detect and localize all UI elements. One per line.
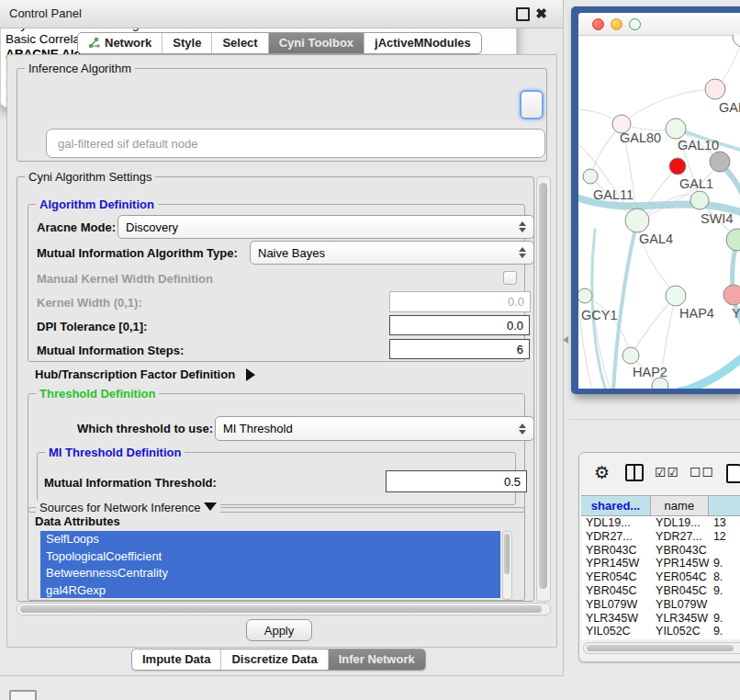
node-label-gal11: GAL11 <box>593 187 633 202</box>
attribute-item-gal4rgexp[interactable]: gal4RGexp <box>40 582 500 599</box>
mi-type-combobox[interactable]: Naive Bayes <box>250 241 534 265</box>
network-node-swi4[interactable] <box>726 229 740 251</box>
control-panel-title: Control Panel <box>9 6 82 20</box>
algorithm-combobox-spinner[interactable] <box>520 90 544 119</box>
mi-steps-field[interactable]: 6 <box>389 339 530 359</box>
table-cell: YBL079W <box>651 598 709 612</box>
network-node-gal4[interactable] <box>625 209 649 232</box>
attribute-item-selfloops[interactable]: SelfLoops <box>40 531 500 548</box>
network-node[interactable] <box>710 152 730 172</box>
table-cell: YLR345W <box>651 612 709 626</box>
mi-type-value: Naive Bayes <box>258 246 325 260</box>
apply-button[interactable]: Apply <box>246 619 312 641</box>
table-row[interactable]: YLR345WYLR345W9. <box>581 612 740 626</box>
tab-cyni-toolbox-label: Cyni Toolbox <box>279 36 353 50</box>
collapsed-panel-icon[interactable] <box>9 690 37 700</box>
manual-kernel-checkbox[interactable] <box>503 271 517 285</box>
network-node[interactable] <box>669 158 686 175</box>
network-edge[interactable] <box>622 89 715 124</box>
tab-jactivemnodules[interactable]: jActiveMNodules <box>364 33 481 53</box>
table-cell: YPR145W <box>581 557 651 570</box>
mi-threshold-group-label: MI Threshold Definition <box>45 446 185 459</box>
tab-style[interactable]: Style <box>162 33 211 53</box>
column-header-name[interactable]: name <box>651 496 709 516</box>
split-divider-collapse-icon[interactable] <box>563 336 568 344</box>
aracne-mode-combobox[interactable]: Discovery <box>118 215 534 239</box>
combobox-arrows-icon <box>519 423 526 435</box>
tab-impute-data[interactable]: Impute Data <box>132 649 220 670</box>
tab-discretize-data[interactable]: Discretize Data <box>220 649 327 670</box>
table-row[interactable]: YBR045CYBR045C9. <box>581 584 740 598</box>
top-tabs: NetworkStyleSelectCyni ToolboxjActiveMNo… <box>77 32 482 54</box>
network-canvas[interactable]: GALGAL80GAL10GAL1GAL11GAL4SWI4GCY1HAP4YH… <box>569 0 740 409</box>
tab-select[interactable]: Select <box>211 33 267 53</box>
table-cell: 9. <box>709 584 740 598</box>
settings-vertical-scrollbar[interactable] <box>536 176 551 602</box>
network-node[interactable] <box>652 378 668 394</box>
table-row[interactable]: YPR145WYPR145W9. <box>581 557 740 570</box>
kernel-width-label: Kernel Width (0,1): <box>37 296 142 310</box>
hub-definition-toggle[interactable]: Hub/Transcription Factor Definition <box>35 367 255 381</box>
threshold-definition-label: Threshold Definition <box>36 387 159 401</box>
which-threshold-value: MI Threshold <box>223 422 293 435</box>
table-settings-gear-icon[interactable]: ⚙ <box>594 464 610 481</box>
column-header-col2[interactable] <box>709 496 740 516</box>
table-panel-titlebar: Table Panel <box>569 419 740 447</box>
which-threshold-combobox[interactable]: MI Threshold <box>215 416 534 441</box>
select-all-icon[interactable]: ☑☑ <box>655 465 679 480</box>
table-row[interactable]: YDL19...YDL19...13 <box>581 516 740 530</box>
network-node-gal[interactable] <box>705 79 725 99</box>
table-cell: YBR045C <box>581 584 651 598</box>
network-node-y[interactable] <box>723 285 740 305</box>
inference-algorithm-group-label: Inference Algorithm <box>25 62 135 75</box>
table-horizontal-scrollbar[interactable] <box>583 642 740 654</box>
table-panel: ⚙ ☑☑ ☐☐ shared...name YDL19...YDL19...13… <box>578 452 740 662</box>
table-row[interactable]: YBR043CYBR043C <box>581 544 740 558</box>
sources-group-label: Sources for Network Inference <box>39 501 201 514</box>
deselect-all-icon[interactable]: ☐☐ <box>690 465 714 480</box>
network-node-gal11[interactable] <box>583 169 598 184</box>
sources-group-toggle[interactable]: Sources for Network Inference <box>36 501 220 514</box>
network-node-gal1[interactable] <box>690 191 709 209</box>
network-node-gal10[interactable] <box>666 119 686 139</box>
network-node-hap2[interactable] <box>622 347 639 364</box>
tab-network[interactable]: Network <box>78 33 162 53</box>
network-node-gcy1[interactable] <box>577 288 592 303</box>
mi-threshold-field[interactable]: 0.5 <box>386 470 527 492</box>
dpi-tolerance-field[interactable]: 0.0 <box>389 315 530 335</box>
tab-infer-network[interactable]: Infer Network <box>328 649 425 670</box>
kernel-width-field[interactable]: 0.0 <box>389 291 531 312</box>
close-panel-icon[interactable]: ✖ <box>535 7 547 19</box>
table-cell: YDL19... <box>651 516 709 530</box>
attributes-list-scrollbar[interactable] <box>502 531 512 600</box>
tab-select-label: Select <box>222 36 257 50</box>
expanded-arrow-icon <box>204 502 217 511</box>
network-edge[interactable] <box>678 356 740 392</box>
attribute-item-betweennesscentrality[interactable]: BetweennessCentrality <box>40 565 500 582</box>
network-node[interactable] <box>733 27 740 47</box>
mi-type-label: Mutual Information Algorithm Type: <box>37 246 238 260</box>
table-columns-icon[interactable] <box>625 464 644 481</box>
mi-threshold-label: Mutual Information Threshold: <box>44 476 217 490</box>
node-label-gal: GAL <box>719 100 740 115</box>
tab-cyni-toolbox[interactable]: Cyni Toolbox <box>268 33 364 53</box>
float-window-icon[interactable] <box>516 7 530 21</box>
attribute-item-topologicalcoefficient[interactable]: TopologicalCoefficient <box>40 548 500 566</box>
node-label-y: Y <box>732 306 740 321</box>
table-row[interactable]: YER054CYER054C8. <box>581 570 740 584</box>
node-label-gal10: GAL10 <box>678 138 719 152</box>
network-node-hap4[interactable] <box>666 286 686 306</box>
table-cell: 12 <box>709 530 740 544</box>
table-row[interactable]: YDR27...YDR27...12 <box>581 530 740 544</box>
column-header-shared[interactable]: shared... <box>581 496 651 516</box>
network-source-combobox[interactable]: gal-filtered sif default node <box>46 129 545 158</box>
tab-impute-data-label: Impute Data <box>142 652 210 666</box>
table-cell: YIL052C <box>651 625 709 638</box>
export-table-icon[interactable] <box>726 464 740 483</box>
network-source-combobox-value: gal-filtered sif default node <box>58 137 197 151</box>
node-table: shared...name YDL19...YDL19...13YDR27...… <box>581 495 740 639</box>
table-row[interactable]: YBL079WYBL079W <box>581 598 740 612</box>
tab-discretize-data-label: Discretize Data <box>231 652 317 666</box>
settings-horizontal-scrollbar[interactable] <box>17 603 551 615</box>
table-row[interactable]: YIL052CYIL052C9. <box>581 625 740 638</box>
